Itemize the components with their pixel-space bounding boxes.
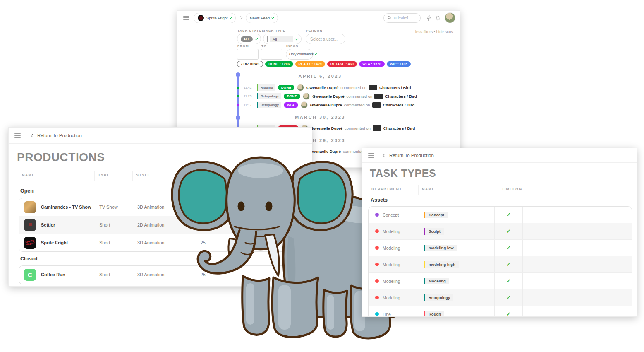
column-department: DEPARTMENT	[368, 185, 419, 195]
entry-time: 11:17	[244, 103, 254, 107]
department-dot	[375, 263, 379, 266]
timelog-check-icon: ✓	[495, 294, 522, 301]
task-types-column-headers: DEPARTMENT NAME TIMELOG	[368, 185, 631, 195]
elephant-right-ear-inner	[298, 170, 346, 223]
status-badge-retake[interactable]: RETAKE : 460	[327, 61, 357, 67]
to-input[interactable]	[261, 49, 282, 60]
stats-row: 7167 news DONE : 1206 READY : 1429 RETAK…	[237, 61, 411, 67]
infos-select[interactable]: Only comments	[286, 49, 313, 60]
department-dot	[375, 296, 379, 299]
status-badge-wip[interactable]: WIP : 1185	[387, 61, 411, 67]
timelog-check-icon: ✓	[495, 311, 522, 317]
elephant-leg-highlight	[246, 283, 254, 325]
department-dot	[375, 229, 379, 233]
person-avatar	[297, 84, 304, 91]
column-name: NAME	[419, 185, 494, 195]
status-badge-wfa[interactable]: WFA : 1578	[359, 61, 384, 67]
task-type-chip: Rough	[424, 311, 444, 317]
status-pill: DONE	[284, 94, 300, 99]
back-chevron-icon	[31, 133, 35, 137]
back-to-production-link[interactable]: Return To Production	[383, 153, 434, 158]
task-types-topbar: Return To Production	[362, 148, 637, 163]
elephant-right-eye	[266, 202, 273, 211]
elephant-leg-highlight	[278, 285, 291, 330]
task-type-row[interactable]: Modeling Retopology ✓	[369, 289, 632, 306]
section-open: Open	[20, 188, 34, 194]
hamburger-menu-icon[interactable]	[368, 153, 374, 158]
status-pill: DONE	[278, 85, 294, 90]
timeline-dot	[237, 104, 239, 106]
entity-thumbnail[interactable]	[369, 85, 377, 90]
task-types-group: Concept Concept ✓ Modeling Sculpt ✓ Mode…	[368, 206, 632, 317]
to-label: TO	[261, 44, 267, 48]
task-type-row[interactable]: Modeling modeling low ✓	[369, 240, 632, 256]
task-type-row[interactable]: Line Rough ✓	[369, 306, 632, 317]
task-type-chip: Concept	[424, 212, 448, 218]
chevron-down-icon	[315, 53, 317, 55]
production-icon: C	[24, 269, 36, 281]
person-input[interactable]	[306, 34, 345, 44]
infos-label: INFOS	[286, 44, 298, 48]
timelog-check-icon: ✓	[495, 245, 522, 251]
feed-entry[interactable]: 11:17 Retopology WFA Gwenaelle Duprécomm…	[244, 101, 457, 108]
page-select[interactable]: News Feed	[246, 13, 278, 23]
person-input-field[interactable]	[309, 36, 342, 42]
from-label: FROM	[237, 44, 249, 48]
task-status-select[interactable]: ALL	[237, 34, 261, 44]
entity-thumbnail[interactable]	[372, 102, 381, 108]
task-status-value: ALL	[241, 36, 253, 42]
section-closed: Closed	[20, 256, 38, 262]
production-icon: SPRITE FRIGHT	[24, 237, 36, 249]
date-header: MARCH 30, 2023	[239, 115, 401, 120]
search-placeholder: ctrl+alt+f	[394, 16, 408, 20]
hamburger-menu-icon[interactable]	[183, 16, 189, 20]
production-icon	[24, 201, 36, 213]
entity-thumbnail[interactable]	[373, 125, 381, 131]
task-type-chip: Sculpt	[424, 228, 444, 235]
elephant-left-ear-inner	[179, 170, 227, 223]
bell-icon[interactable]	[433, 13, 442, 22]
task-status-label: TASK STATUS	[237, 29, 264, 33]
entry-text: Gwenaelle Duprécommented onCharacters / …	[310, 102, 415, 108]
person-avatar	[301, 101, 308, 108]
entry-text: Gwenaelle Duprécommented onCharacters / …	[311, 125, 415, 131]
production-select-value: Sprite Fright	[206, 16, 228, 20]
feed-entry[interactable]: 11:23 Retopology DONE Gwenaelle Duprécom…	[244, 93, 457, 100]
hamburger-menu-icon[interactable]	[14, 133, 21, 138]
production-select[interactable]: Sprite Fright	[194, 13, 236, 23]
task-type-chip: Modeling	[424, 278, 449, 284]
back-to-production-link[interactable]: Return To Production	[31, 133, 82, 138]
column-extra	[522, 185, 631, 195]
task-type-select[interactable]: All	[263, 34, 302, 44]
filters-links[interactable]: less filters • hide stats	[415, 29, 453, 34]
chevron-down-icon	[254, 37, 258, 40]
infos-value: Only comments	[289, 52, 314, 56]
entry-text: Gwenaelle Duprécommented onCharacters / …	[306, 85, 411, 90]
entry-time: 11:23	[244, 94, 254, 98]
person-avatar	[303, 93, 310, 100]
task-type-row[interactable]: Concept Concept ✓	[369, 207, 632, 223]
production-icon	[24, 219, 36, 231]
elephant-leg-highlight	[327, 295, 334, 330]
column-timelog: TIMELOG	[494, 185, 522, 195]
user-avatar[interactable]	[445, 12, 455, 23]
lightning-icon[interactable]	[424, 13, 433, 22]
task-type-bar	[267, 36, 268, 42]
chevron-down-icon	[272, 16, 275, 19]
task-type-value: All	[270, 36, 293, 42]
status-badge-ready[interactable]: READY : 1429	[295, 61, 325, 67]
search-input[interactable]: ctrl+alt+f	[383, 13, 421, 23]
page-title: PRODUCTIONS	[17, 151, 105, 164]
task-type-row[interactable]: Modeling Modeling ✓	[369, 273, 632, 289]
task-type-chip: modeling low	[424, 245, 457, 251]
chevron-down-icon	[295, 37, 298, 40]
status-badge-done[interactable]: DONE : 1206	[265, 61, 293, 67]
timelog-check-icon: ✓	[495, 278, 522, 284]
feed-entry[interactable]: 11:42 Rigging DONE Gwenaelle Duprécommen…	[244, 84, 457, 91]
from-input[interactable]	[237, 49, 259, 60]
department-dot	[375, 312, 379, 316]
task-type-row[interactable]: Modeling Sculpt ✓	[369, 223, 632, 240]
entity-thumbnail[interactable]	[374, 94, 383, 99]
task-type-row[interactable]: Modeling modeling high ✓	[369, 256, 632, 273]
timelog-check-icon: ✓	[495, 261, 522, 268]
